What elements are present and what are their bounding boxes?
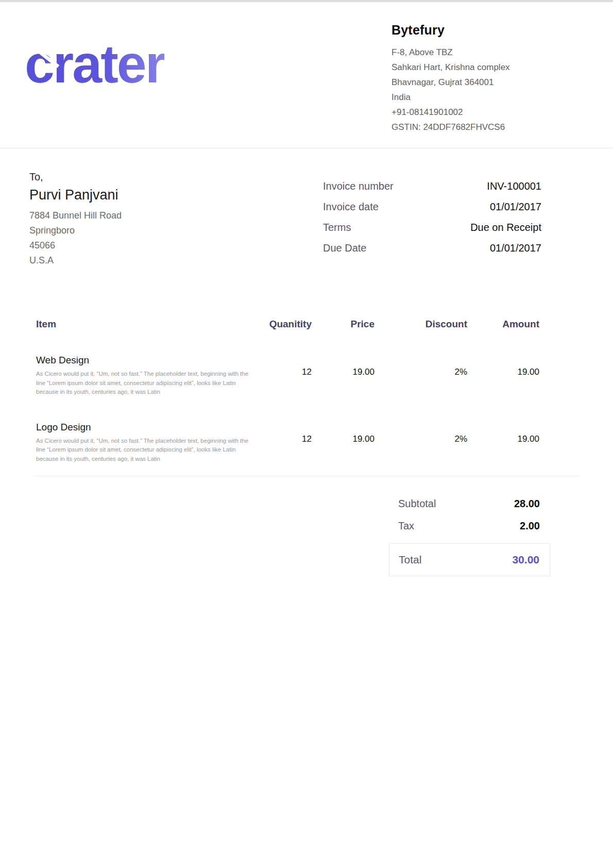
crater-logo-wordmark: crater [25,37,164,91]
company-address-line: Bhavnagar, Gujrat 364001 [391,75,546,90]
column-header-amount: Amount [467,319,539,330]
crater-logo: crater [25,37,164,91]
subtotal-label: Subtotal [398,498,436,510]
terms-row: Terms Due on Receipt [323,222,541,233]
company-info: Bytefury F-8, Above TBZ Sahkari Hart, Kr… [391,20,546,135]
items-table: Item Quanitity Price Discount Amount Web… [0,319,613,476]
parties-section: To, Purvi Panjvani 7884 Bunnel Hill Road… [0,148,613,268]
column-header-quantity: Quanitity [252,319,312,330]
tax-row: Tax 2.00 [389,520,550,532]
invoice-number-row: Invoice number INV-100001 [323,180,541,192]
invoice-header: crater Bytefury F-8, Above TBZ Sahkari H… [0,2,613,148]
company-name: Bytefury [391,23,546,38]
items-table-header: Item Quanitity Price Discount Amount [29,319,580,330]
subtotal-value: 28.00 [514,498,540,510]
due-date-label: Due Date [323,242,367,254]
invoice-date-value: 01/01/2017 [490,201,541,213]
invoice-number-value: INV-100001 [487,180,541,192]
terms-label: Terms [323,222,351,233]
invoice-number-label: Invoice number [323,180,394,192]
item-discount: 2% [374,355,467,377]
item-discount: 2% [374,422,467,444]
subtotal-row: Subtotal 28.00 [389,498,550,510]
invoice-page: crater Bytefury F-8, Above TBZ Sahkari H… [0,0,613,868]
company-gstin: GSTIN: 24DDF7682FHVCS6 [391,120,546,135]
totals-section: Subtotal 28.00 Tax 2.00 Total 30.00 [389,498,550,576]
item-amount: 19.00 [467,422,539,444]
company-address-line: Sahkari Hart, Krishna complex [391,60,546,75]
column-header-price: Price [312,319,374,330]
item-quantity: 12 [252,422,312,444]
customer-address-line: U.S.A [29,253,122,268]
column-header-discount: Discount [374,319,467,330]
company-address-line: India [391,90,546,105]
invoice-date-label: Invoice date [323,201,379,213]
total-label: Total [399,554,421,566]
item-description: As Cicero would put it, “Um, not so fast… [36,437,252,464]
item-price: 19.00 [312,355,374,377]
customer-address: 7884 Bunnel Hill Road Springboro 45066 U… [29,208,122,268]
company-address: F-8, Above TBZ Sahkari Hart, Krishna com… [391,45,546,135]
company-address-line: F-8, Above TBZ [391,45,546,60]
due-date-value: 01/01/2017 [490,242,541,254]
item-quantity: 12 [252,355,312,377]
tax-label: Tax [398,520,414,532]
customer-address-line: 7884 Bunnel Hill Road [29,208,122,223]
invoice-meta-block: Invoice number INV-100001 Invoice date 0… [323,171,541,268]
logo-slice-decoration [219,61,244,81]
item-description: As Cicero would put it, “Um, not so fast… [36,370,252,397]
table-row: Web Design As Cicero would put it, “Um, … [29,355,580,397]
customer-address-line: 45066 [29,238,122,253]
bill-to-block: To, Purvi Panjvani 7884 Bunnel Hill Road… [29,171,122,268]
item-name: Logo Design [36,422,252,433]
column-header-item: Item [29,319,252,330]
terms-value: Due on Receipt [470,222,541,233]
table-row: Logo Design As Cicero would put it, “Um,… [29,422,580,464]
bill-to-label: To, [29,171,122,183]
item-name: Web Design [36,355,252,366]
grand-total-box: Total 30.00 [389,543,550,576]
item-cell: Web Design As Cicero would put it, “Um, … [29,355,252,397]
invoice-date-row: Invoice date 01/01/2017 [323,201,541,213]
total-value: 30.00 [512,554,539,566]
tax-value: 2.00 [520,520,540,532]
item-amount: 19.00 [467,355,539,377]
customer-address-line: Springboro [29,223,122,238]
item-cell: Logo Design As Cicero would put it, “Um,… [29,422,252,464]
customer-name: Purvi Panjvani [29,187,122,203]
due-date-row: Due Date 01/01/2017 [323,242,541,254]
item-price: 19.00 [312,422,374,444]
items-divider [33,476,580,476]
company-phone: +91-08141901002 [391,105,546,120]
